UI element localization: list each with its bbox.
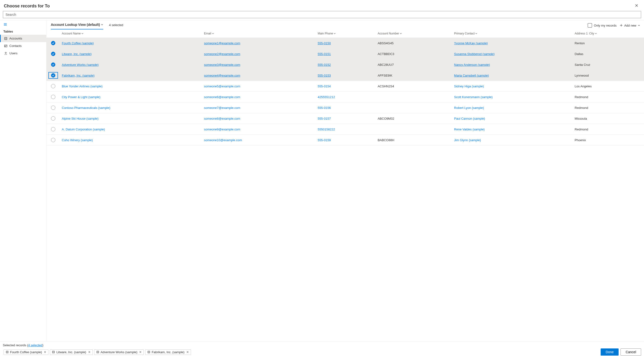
phone-link[interactable]: 555-0152 xyxy=(318,63,331,66)
account-name-link[interactable]: Adventure Works (sample) xyxy=(62,63,99,66)
column-header[interactable]: Address 1: City xyxy=(573,29,644,38)
account-number: ACTBBDC3 xyxy=(376,49,452,59)
column-label: Main Phone xyxy=(318,32,333,35)
account-name-link[interactable]: Alpine Ski House (sample) xyxy=(62,117,98,120)
row-select-cell[interactable] xyxy=(46,49,60,59)
table-row[interactable]: Fourth Coffee (sample) someone1@example.… xyxy=(46,38,644,49)
account-name-link[interactable]: Coho Winery (sample) xyxy=(62,138,93,142)
phone-link[interactable]: 555-0153 xyxy=(318,74,331,77)
hamburger-button[interactable] xyxy=(0,22,10,28)
primary-contact-link[interactable]: Nancy Anderson (sample) xyxy=(454,63,490,66)
account-name-link[interactable]: Litware, Inc. (sample) xyxy=(62,52,92,56)
chevron-down-icon xyxy=(81,32,84,35)
column-header[interactable]: Account Name xyxy=(60,29,202,38)
primary-contact-link[interactable]: Rene Valdes (sample) xyxy=(454,128,485,131)
primary-contact-link[interactable]: Yvonne McKay (sample) xyxy=(454,41,488,45)
table-row[interactable]: A. Datum Corporation (sample) someone9@e… xyxy=(46,124,644,135)
phone-link[interactable]: 4255551212 xyxy=(318,95,335,99)
table-row[interactable]: Litware, Inc. (sample) someone2@example.… xyxy=(46,49,644,59)
email-link[interactable]: someone8@example.com xyxy=(204,117,240,120)
primary-contact-link[interactable]: Paul Cannon (sample) xyxy=(454,117,485,120)
table-row[interactable]: Contoso Pharmaceuticals (sample) someone… xyxy=(46,102,644,113)
email-link[interactable]: someone10@example.com xyxy=(204,138,242,142)
phone-link[interactable]: 555-0157 xyxy=(318,117,331,120)
account-name-link[interactable]: A. Datum Corporation (sample) xyxy=(62,128,105,131)
column-header[interactable]: Account Number xyxy=(376,29,452,38)
primary-contact-link[interactable]: Susanna Stubberod (sample) xyxy=(454,52,494,56)
table-scroll[interactable]: Account NameEmailMain PhoneAccount Numbe… xyxy=(46,29,644,341)
row-select-cell[interactable] xyxy=(46,102,60,113)
row-select-cell[interactable] xyxy=(46,92,60,102)
account-name-link[interactable]: City Power & Light (sample) xyxy=(62,95,100,99)
sidebar-item-label: Users xyxy=(9,51,18,55)
close-button[interactable] xyxy=(633,3,640,9)
account-name-link[interactable]: Blue Yonder Airlines (sample) xyxy=(62,84,102,88)
selected-chip[interactable]: Fourth Coffee (sample) xyxy=(4,349,48,355)
row-select-cell[interactable] xyxy=(46,38,60,49)
phone-link[interactable]: 555-0156 xyxy=(318,106,331,110)
row-select-cell[interactable] xyxy=(46,70,60,81)
contact-icon xyxy=(4,44,8,48)
search-input[interactable] xyxy=(3,11,641,18)
checkbox-icon xyxy=(588,23,592,27)
chip-remove-button[interactable] xyxy=(186,350,189,354)
email-link[interactable]: someone9@example.com xyxy=(204,128,240,131)
chip-remove-button[interactable] xyxy=(88,350,91,354)
email-link[interactable]: someone4@example.com xyxy=(204,74,240,77)
email-link[interactable]: someone5@example.com xyxy=(204,84,240,88)
plus-icon xyxy=(620,24,623,27)
table-row[interactable]: City Power & Light (sample) someone6@exa… xyxy=(46,92,644,102)
dialog-title: Choose records for To xyxy=(4,3,50,9)
email-link[interactable]: someone2@example.com xyxy=(204,52,240,56)
column-header[interactable]: Email xyxy=(202,29,316,38)
row-select-cell[interactable] xyxy=(46,113,60,124)
column-header[interactable]: Primary Contact xyxy=(452,29,572,38)
phone-link[interactable]: 555-0151 xyxy=(318,52,331,56)
cancel-button[interactable]: Cancel xyxy=(620,349,641,356)
email-link[interactable]: someone7@example.com xyxy=(204,106,240,110)
table-row[interactable]: Adventure Works (sample) someone3@exampl… xyxy=(46,59,644,70)
phone-link[interactable]: 555-0150 xyxy=(318,41,331,45)
account-name-link[interactable]: Contoso Pharmaceuticals (sample) xyxy=(62,106,110,110)
primary-contact-link[interactable]: Robert Lyon (sample) xyxy=(454,106,484,110)
selected-count-link[interactable]: 4 selected xyxy=(28,344,42,347)
add-new-button[interactable]: Add new xyxy=(620,24,640,27)
sidebar-item-users[interactable]: Users xyxy=(0,49,46,57)
phone-link[interactable]: 5550158222 xyxy=(318,128,335,131)
phone-link[interactable]: 555-0159 xyxy=(318,138,331,142)
chip-label: Litware, Inc. (sample) xyxy=(56,350,86,354)
sidebar-item-contacts[interactable]: Contacts xyxy=(0,42,46,49)
primary-contact-link[interactable]: Maria Campbell (sample) xyxy=(454,74,489,77)
add-new-label: Add new xyxy=(624,24,636,27)
primary-contact-link[interactable]: Sidney Higa (sample) xyxy=(454,84,484,88)
chip-remove-button[interactable] xyxy=(139,350,142,354)
row-select-cell[interactable] xyxy=(46,135,60,146)
sidebar-item-accounts[interactable]: Accounts xyxy=(0,35,46,42)
email-link[interactable]: someone6@example.com xyxy=(204,95,240,99)
only-my-records-toggle[interactable]: Only my records xyxy=(588,23,617,27)
selected-chip[interactable]: Adventure Works (sample) xyxy=(94,349,144,355)
email-link[interactable]: someone3@example.com xyxy=(204,63,240,66)
email-link[interactable]: someone1@example.com xyxy=(204,41,240,45)
select-circle-icon xyxy=(51,84,55,88)
column-header[interactable]: Main Phone xyxy=(316,29,376,38)
chip-remove-button[interactable] xyxy=(43,350,47,354)
account-name-link[interactable]: Fourth Coffee (sample) xyxy=(62,41,94,45)
account-name-link[interactable]: Fabrikam, Inc. (sample) xyxy=(62,74,95,77)
phone-link[interactable]: 555-0154 xyxy=(318,84,331,88)
primary-contact-link[interactable]: Scott Konersmann (sample) xyxy=(454,95,492,99)
table-row[interactable]: Fabrikam, Inc. (sample) someone4@example… xyxy=(46,70,644,81)
selected-chip[interactable]: Litware, Inc. (sample) xyxy=(50,349,92,355)
primary-contact-link[interactable]: Jim Glynn (sample) xyxy=(454,138,481,142)
chip-label: Adventure Works (sample) xyxy=(100,350,138,354)
selected-chip[interactable]: Fabrikam, Inc. (sample) xyxy=(145,349,191,355)
table-row[interactable]: Coho Winery (sample) someone10@example.c… xyxy=(46,135,644,146)
row-select-cell[interactable] xyxy=(46,59,60,70)
close-icon xyxy=(635,4,638,7)
table-row[interactable]: Alpine Ski House (sample) someone8@examp… xyxy=(46,113,644,124)
view-selector[interactable]: Account Lookup View (default) xyxy=(51,23,103,29)
row-select-cell[interactable] xyxy=(46,81,60,92)
row-select-cell[interactable] xyxy=(46,124,60,135)
done-button[interactable]: Done xyxy=(601,349,618,356)
table-row[interactable]: Blue Yonder Airlines (sample) someone5@e… xyxy=(46,81,644,92)
